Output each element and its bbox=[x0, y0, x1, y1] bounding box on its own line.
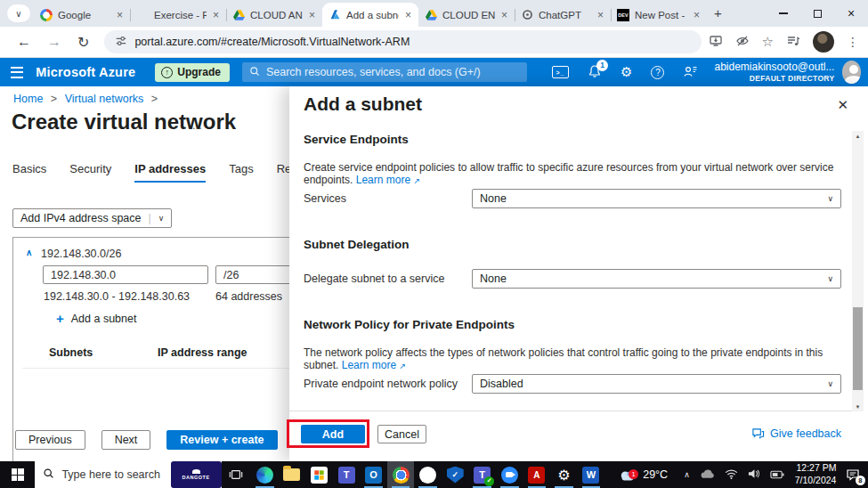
policy-field-row: Private endpoint network policy Disabled… bbox=[304, 374, 841, 394]
address-bar[interactable]: portal.azure.com/#create/Microsoft.Virtu… bbox=[104, 30, 701, 53]
taskbar-acrobat-icon[interactable]: A bbox=[523, 461, 551, 488]
taskbar-outlook-icon[interactable]: O bbox=[360, 461, 387, 488]
review-create-button[interactable]: Review + create bbox=[166, 430, 277, 450]
wifi-icon[interactable] bbox=[725, 468, 738, 482]
azure-brand[interactable]: Microsoft Azure bbox=[36, 65, 135, 79]
hamburger-menu-icon[interactable] bbox=[11, 67, 23, 78]
account-directory: DEFAULT DIRECTORY bbox=[714, 74, 834, 84]
taskbar-word-icon[interactable]: W bbox=[578, 461, 605, 488]
scroll-up-icon[interactable]: ▲ bbox=[852, 131, 864, 141]
learn-more-link[interactable]: Learn more bbox=[342, 359, 396, 371]
taskbar-zoom-icon[interactable] bbox=[496, 461, 523, 488]
tab-close-icon[interactable]: × bbox=[308, 9, 316, 21]
browser-profile-avatar[interactable] bbox=[813, 31, 834, 53]
new-tab-button[interactable]: + bbox=[714, 5, 722, 20]
previous-button[interactable]: Previous bbox=[15, 430, 85, 450]
browser-tab-exercise[interactable]: Exercise - Prov × bbox=[130, 3, 226, 27]
bookmark-star-icon[interactable]: ☆ bbox=[762, 34, 774, 50]
start-button[interactable] bbox=[0, 461, 35, 488]
tab-basics[interactable]: Basics bbox=[12, 162, 46, 183]
panel-scrollbar[interactable]: ▲ ▼ bbox=[852, 131, 864, 411]
scrollbar-thumb[interactable] bbox=[853, 307, 863, 390]
tab-close-icon[interactable]: × bbox=[500, 9, 508, 21]
taskbar-teams-icon[interactable]: T bbox=[333, 461, 361, 488]
taskbar-chrome-icon[interactable] bbox=[387, 461, 415, 488]
tab-tags[interactable]: Tags bbox=[229, 162, 253, 183]
notifications-bell-icon[interactable]: 1 bbox=[588, 64, 602, 81]
date-text: 7/10/2024 bbox=[795, 475, 837, 487]
tab-ip-addresses[interactable]: IP addresses bbox=[134, 162, 206, 183]
page-title: Create virtual network bbox=[12, 110, 236, 134]
account-info[interactable]: abidemiakinsooto@outl... DEFAULT DIRECTO… bbox=[714, 61, 834, 84]
account-avatar[interactable] bbox=[842, 61, 861, 84]
speaker-icon[interactable] bbox=[748, 468, 760, 482]
add-subnet-link[interactable]: + Add a subnet bbox=[56, 311, 136, 326]
tray-expand-icon[interactable]: ∧ bbox=[684, 470, 690, 479]
wizard-footer-buttons: Previous Next Review + create bbox=[15, 430, 278, 450]
browser-tab-cloud-and[interactable]: CLOUD AND D × bbox=[226, 3, 322, 27]
title-ellipsis-menu[interactable]: ... bbox=[192, 118, 202, 132]
reading-list-icon[interactable] bbox=[786, 34, 800, 51]
maximize-button[interactable] bbox=[800, 0, 834, 27]
device-icon[interactable] bbox=[770, 468, 784, 482]
taskbar-search-input[interactable]: Type here to search DANGOTE bbox=[35, 461, 221, 488]
tab-close-icon[interactable]: × bbox=[404, 9, 412, 21]
browser-tab-google[interactable]: Google × bbox=[34, 3, 130, 27]
tab-close-icon[interactable]: × bbox=[693, 9, 701, 21]
tab-close-icon[interactable]: × bbox=[596, 9, 604, 21]
next-button[interactable]: Next bbox=[101, 430, 151, 450]
minimize-button[interactable] bbox=[767, 0, 800, 27]
delegate-dropdown[interactable]: None ∨ bbox=[472, 269, 841, 289]
collapse-chevron-icon[interactable]: ∧ bbox=[26, 248, 32, 257]
tab-close-icon[interactable]: × bbox=[212, 9, 220, 21]
reload-button[interactable]: ↻ bbox=[77, 34, 89, 51]
browser-tab-cloud-engin[interactable]: CLOUD ENGIN × bbox=[418, 3, 515, 27]
ip-address-input[interactable]: 192.148.30.0 bbox=[43, 265, 208, 284]
tab-search-button[interactable]: ∨ bbox=[7, 4, 30, 22]
browser-tab-strip: ∨ Google × Exercise - Prov × CLOUD AND D… bbox=[0, 0, 868, 27]
policy-dropdown[interactable]: Disabled ∨ bbox=[472, 374, 841, 394]
close-window-button[interactable]: × bbox=[834, 0, 868, 27]
taskbar-store-icon[interactable] bbox=[305, 461, 333, 488]
browser-tab-add-subnet[interactable]: Add a subnet × bbox=[322, 3, 418, 27]
taskbar-settings-icon[interactable]: ⚙ bbox=[550, 461, 578, 488]
back-button[interactable]: ← bbox=[17, 34, 31, 50]
search-placeholder: Type here to search bbox=[61, 468, 159, 481]
add-button[interactable]: Add bbox=[301, 425, 365, 443]
forward-button[interactable]: → bbox=[47, 34, 61, 50]
panel-title: Add a subnet bbox=[304, 94, 422, 115]
services-dropdown[interactable]: None ∨ bbox=[472, 189, 841, 208]
tab-close-icon[interactable]: × bbox=[116, 9, 124, 21]
scroll-down-icon[interactable]: ▼ bbox=[852, 402, 864, 411]
taskbar-slack-icon[interactable] bbox=[414, 461, 442, 488]
tab-security[interactable]: Security bbox=[69, 162, 111, 183]
taskbar-defender-shield-icon[interactable]: ✓ bbox=[442, 461, 469, 488]
browser-menu-icon[interactable]: ⋮ bbox=[847, 35, 859, 49]
help-icon[interactable]: ? bbox=[651, 66, 664, 79]
action-center-button[interactable]: 8 bbox=[838, 461, 868, 488]
give-feedback-link[interactable]: Give feedback bbox=[751, 427, 841, 440]
browser-tab-chatgpt[interactable]: ChatGPT × bbox=[515, 3, 611, 27]
breadcrumb-vnet-link[interactable]: Virtual networks bbox=[65, 93, 144, 105]
cancel-button[interactable]: Cancel bbox=[377, 425, 426, 443]
breadcrumb-home-link[interactable]: Home bbox=[13, 93, 43, 105]
add-ipv4-address-space-button[interactable]: Add IPv4 address space | ∨ bbox=[12, 208, 172, 228]
cloud-shell-icon[interactable]: >_ bbox=[552, 66, 569, 78]
feedback-icon[interactable] bbox=[683, 64, 698, 81]
azure-search-input[interactable]: Search resources, services, and docs (G+… bbox=[242, 62, 527, 82]
browser-tab-new-post[interactable]: DEV New Post - DE × bbox=[611, 3, 707, 27]
close-panel-icon[interactable]: ✕ bbox=[837, 97, 848, 113]
install-app-icon[interactable] bbox=[709, 34, 723, 51]
eye-off-icon[interactable] bbox=[735, 34, 750, 51]
settings-gear-icon[interactable]: ⚙ bbox=[621, 64, 632, 80]
taskbar-teams-work-icon[interactable]: T✓ bbox=[468, 461, 496, 488]
learn-more-link[interactable]: Learn more bbox=[356, 174, 410, 186]
taskbar-edge-icon[interactable] bbox=[251, 461, 279, 488]
onedrive-cloud-icon[interactable] bbox=[700, 468, 715, 482]
site-settings-icon[interactable] bbox=[115, 35, 127, 50]
upgrade-button[interactable]: ↑ Upgrade bbox=[155, 63, 230, 82]
task-view-button[interactable] bbox=[222, 461, 252, 488]
taskbar-file-explorer-icon[interactable] bbox=[279, 461, 306, 488]
taskbar-clock[interactable]: 12:27 PM 7/10/2024 bbox=[795, 462, 837, 486]
weather-widget[interactable]: 1 29°C bbox=[613, 468, 673, 482]
